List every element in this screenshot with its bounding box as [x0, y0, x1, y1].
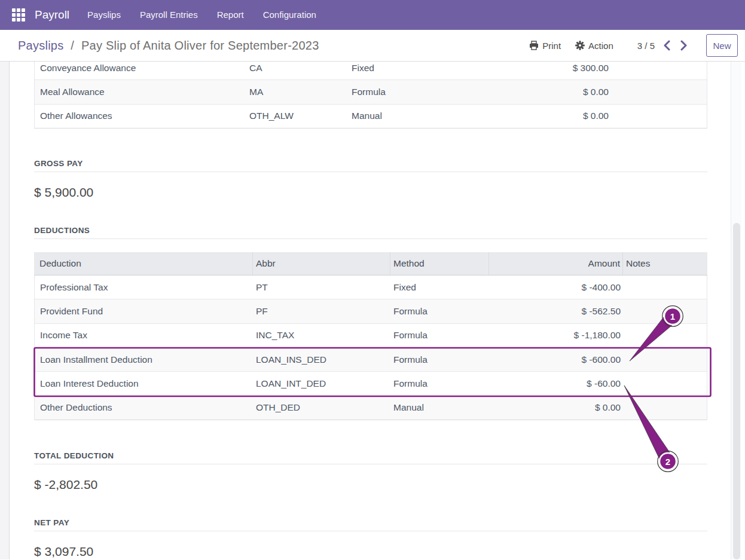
- allowance-abbr: CA: [247, 62, 349, 79]
- section-divider: [34, 172, 707, 172]
- deduction-row[interactable]: Provident Fund PF Formula $ -562.50: [35, 299, 707, 323]
- section-divider: [34, 238, 707, 239]
- allowance-name: Other Allowances: [35, 105, 247, 128]
- allowance-notes: [611, 105, 707, 128]
- section-divider: [34, 531, 707, 531]
- column-header-notes[interactable]: Notes: [622, 252, 707, 275]
- deduction-notes: [623, 396, 707, 420]
- net-pay-label: NET PAY: [34, 518, 707, 528]
- breadcrumb-separator: /: [67, 39, 78, 52]
- allowance-row[interactable]: Conveyance Allowance CA Fixed $ 300.00: [35, 62, 707, 80]
- top-navbar: Payroll Payslips Payroll Entries Report …: [0, 0, 745, 30]
- deduction-amount: $ -60.00: [489, 372, 623, 395]
- deduction-method: Formula: [390, 324, 489, 347]
- deduction-row[interactable]: Professional Tax PT Fixed $ -400.00: [35, 276, 707, 299]
- breadcrumb: Payslips / Pay Slip of Anita Oliver for …: [18, 39, 529, 53]
- deduction-method: Formula: [390, 372, 489, 395]
- allowance-name: Meal Allowance: [35, 80, 247, 103]
- deduction-abbr: OTH_DED: [253, 396, 390, 420]
- allowance-row[interactable]: Other Allowances OTH_ALW Manual $ 0.00: [35, 105, 707, 128]
- deduction-name: Income Tax: [35, 324, 253, 347]
- breadcrumb-current: Pay Slip of Anita Oliver for September-2…: [81, 39, 319, 52]
- deduction-notes: [623, 276, 707, 299]
- deductions-table: Professional Tax PT Fixed $ -400.00 Prov…: [34, 276, 707, 420]
- section-divider: [34, 464, 707, 464]
- deduction-name: Loan Interest Deduction: [35, 372, 253, 395]
- deduction-abbr: LOAN_INS_DED: [253, 348, 390, 371]
- nav-item-payslips[interactable]: Payslips: [78, 0, 130, 30]
- allowance-abbr: OTH_ALW: [247, 105, 349, 128]
- deduction-row[interactable]: Income Tax INC_TAX Formula $ -1,180.00: [35, 324, 707, 348]
- net-pay-section: NET PAY $ 3,097.50: [34, 518, 707, 558]
- deduction-notes: [623, 299, 707, 323]
- deduction-amount: $ 0.00: [489, 396, 623, 420]
- allowance-amount: $ 0.00: [477, 105, 611, 128]
- deduction-row[interactable]: Other Deductions OTH_DED Manual $ 0.00: [35, 396, 707, 420]
- new-button[interactable]: New: [706, 34, 738, 57]
- allowance-notes: [611, 80, 707, 103]
- deduction-notes: [623, 348, 707, 371]
- deductions-label: DEDUCTIONS: [34, 226, 707, 235]
- allowance-name: Conveyance Allowance: [35, 62, 247, 79]
- control-panel: Payslips / Pay Slip of Anita Oliver for …: [0, 30, 745, 62]
- pager-previous-button[interactable]: [659, 36, 674, 54]
- deduction-name: Loan Installment Deduction: [35, 348, 253, 371]
- gross-pay-value: $ 5,900.00: [34, 185, 707, 199]
- pager[interactable]: 3 / 5: [637, 41, 655, 51]
- allowance-method: Manual: [349, 105, 477, 128]
- deduction-method: Manual: [390, 396, 489, 420]
- deduction-abbr: PF: [253, 299, 390, 323]
- net-pay-value: $ 3,097.50: [34, 544, 707, 558]
- column-header-amount[interactable]: Amount: [488, 252, 622, 275]
- total-deduction-label: TOTAL DEDUCTION: [34, 451, 707, 461]
- deduction-notes: [623, 324, 707, 347]
- deduction-row[interactable]: Loan Installment Deduction LOAN_INS_DED …: [35, 348, 707, 372]
- deduction-abbr: PT: [253, 276, 390, 299]
- deduction-abbr: INC_TAX: [253, 324, 390, 347]
- gross-pay-section: GROSS PAY $ 5,900.00: [34, 159, 707, 199]
- deduction-amount: $ -600.00: [489, 348, 623, 371]
- allowance-method: Formula: [349, 80, 477, 103]
- deduction-row[interactable]: Loan Interest Deduction LOAN_INT_DED For…: [35, 372, 707, 396]
- allowance-notes: [611, 62, 707, 79]
- column-header-deduction[interactable]: Deduction: [34, 252, 252, 275]
- deduction-method: Formula: [390, 348, 489, 371]
- allowance-amount: $ 300.00: [477, 62, 611, 79]
- allowance-abbr: MA: [247, 80, 349, 103]
- action-button[interactable]: Action: [575, 41, 613, 51]
- deduction-name: Professional Tax: [35, 276, 253, 299]
- breadcrumb-payslips[interactable]: Payslips: [18, 39, 63, 52]
- deduction-abbr: LOAN_INT_DED: [253, 372, 390, 395]
- form-content: Conveyance Allowance CA Fixed $ 300.00 M…: [0, 62, 745, 559]
- scrollbar-thumb[interactable]: [733, 223, 740, 559]
- nav-item-report[interactable]: Report: [207, 0, 254, 30]
- left-gutter: [0, 62, 10, 559]
- payslip-sheet: Conveyance Allowance CA Fixed $ 300.00 M…: [34, 62, 707, 558]
- allowance-row[interactable]: Meal Allowance MA Formula $ 0.00: [35, 80, 707, 104]
- total-deduction-value: $ -2,802.50: [34, 478, 707, 491]
- deduction-amount: $ -562.50: [489, 299, 623, 323]
- deduction-name: Other Deductions: [35, 396, 253, 420]
- deductions-table-header: Deduction Abbr Method Amount Notes: [34, 252, 707, 276]
- allowances-table: Conveyance Allowance CA Fixed $ 300.00 M…: [34, 62, 707, 128]
- deduction-method: Formula: [390, 299, 489, 323]
- total-deduction-section: TOTAL DEDUCTION $ -2,802.50: [34, 451, 707, 491]
- column-header-method[interactable]: Method: [390, 252, 488, 275]
- app-name[interactable]: Payroll: [35, 8, 69, 22]
- deduction-method: Fixed: [390, 276, 489, 299]
- print-button[interactable]: Print: [529, 41, 561, 51]
- deduction-notes: [623, 372, 707, 395]
- printer-icon: [529, 41, 539, 50]
- allowance-method: Fixed: [349, 62, 477, 79]
- nav-item-payroll-entries[interactable]: Payroll Entries: [130, 0, 207, 30]
- allowance-amount: $ 0.00: [477, 80, 611, 103]
- deduction-name: Provident Fund: [35, 299, 253, 323]
- apps-menu-icon[interactable]: [12, 8, 25, 22]
- column-header-abbr[interactable]: Abbr: [252, 252, 390, 275]
- gear-icon: [575, 41, 585, 50]
- nav-item-configuration[interactable]: Configuration: [254, 0, 326, 30]
- deduction-amount: $ -1,180.00: [489, 324, 623, 347]
- gross-pay-label: GROSS PAY: [34, 159, 707, 169]
- pager-next-button[interactable]: [676, 36, 691, 54]
- deduction-amount: $ -400.00: [489, 276, 623, 299]
